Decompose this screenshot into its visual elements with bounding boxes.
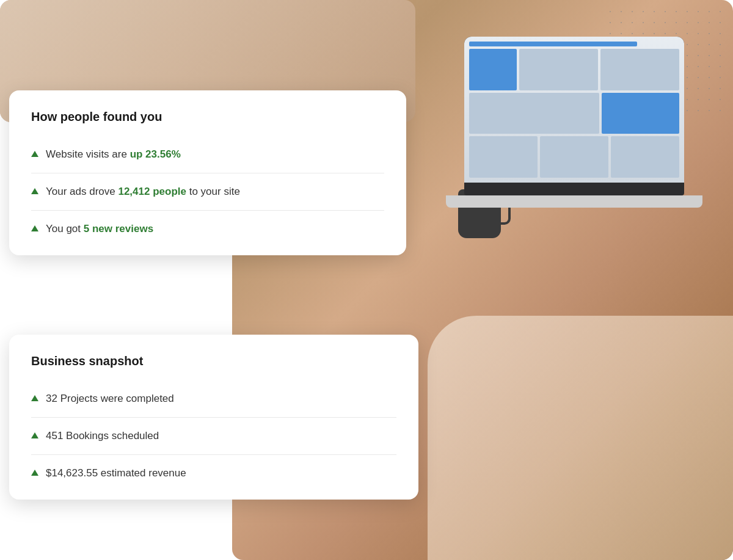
card-bottom-title: Business snapshot [31,354,396,368]
screen-row-2 [469,93,679,134]
list-item-visits: Website visits are up 23.56% [31,136,384,173]
list-item-bookings: 451 Bookings scheduled [31,418,396,455]
up-arrow-icon-2 [31,188,38,194]
laptop-screen [464,37,684,183]
screen-row-1 [469,49,679,90]
item-text-reviews: You got 5 new reviews [46,222,153,236]
card-how-people-found: How people found you Website visits are … [9,90,406,255]
screen-block-4 [469,136,538,178]
hands-overlay [428,316,733,560]
screen-bar-1 [469,42,637,46]
up-arrow-icon-6 [31,470,38,476]
list-item-ads: Your ads drove 12,412 people to your sit… [31,173,384,211]
highlight-ads: 12,412 people [118,186,186,197]
item-text-bookings: 451 Bookings scheduled [46,429,159,443]
scene: How people found you Website visits are … [0,0,733,560]
up-arrow-icon-4 [31,395,38,401]
screen-row-3 [469,136,679,178]
item-text-revenue: $14,623.55 estimated revenue [46,466,186,481]
up-arrow-icon [31,151,38,157]
list-item-revenue: $14,623.55 estimated revenue [31,455,396,481]
screen-block-accent [469,49,517,90]
item-text-visits: Website visits are up 23.56% [46,147,181,162]
up-arrow-icon-5 [31,432,38,438]
item-text-projects: 32 Projects were completed [46,391,174,406]
screen-block-3 [469,93,599,134]
card-business-snapshot: Business snapshot 32 Projects were compl… [9,335,418,500]
list-item-reviews: You got 5 new reviews [31,211,384,236]
list-item-projects: 32 Projects were completed [31,380,396,418]
highlight-visits: up 23.56% [130,148,181,160]
item-text-ads: Your ads drove 12,412 people to your sit… [46,184,240,199]
laptop-visual [464,37,684,195]
screen-block-1 [519,49,598,90]
laptop-base [446,195,702,208]
screen-block-accent-2 [602,93,680,134]
up-arrow-icon-3 [31,225,38,231]
card-top-title: How people found you [31,110,384,124]
screen-block-5 [540,136,608,178]
highlight-reviews: 5 new reviews [84,223,153,235]
screen-block-2 [600,49,679,90]
screen-block-6 [611,136,679,178]
